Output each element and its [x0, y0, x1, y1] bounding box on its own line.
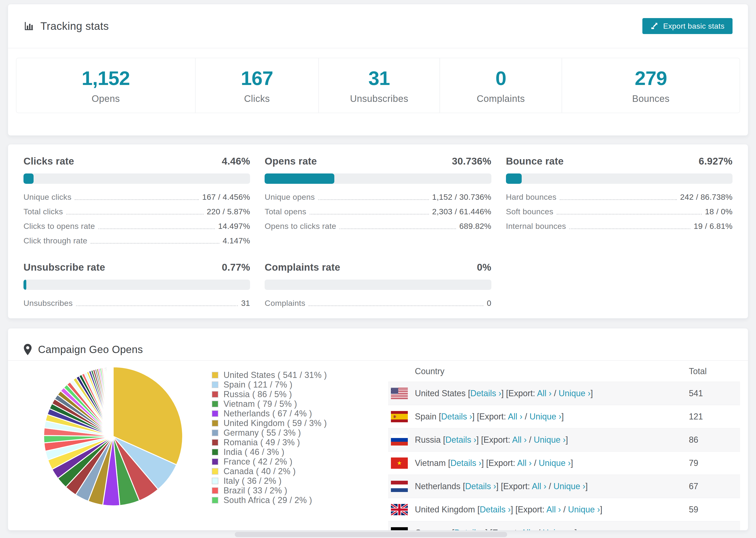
legend-label: Germany ( 55 / 3% ) — [224, 428, 301, 438]
country-name: Vietnam — [415, 458, 446, 468]
details-link[interactable]: Details › — [465, 481, 496, 491]
export-label: Export: — [508, 389, 537, 398]
export-all-link[interactable]: All › — [537, 389, 552, 398]
progress-bar — [24, 174, 250, 184]
rate-detail-rows: Unsubscribes 31 — [24, 299, 250, 308]
stat-cell-bounces: 279 Bounces — [562, 58, 739, 113]
flag-us-icon — [391, 388, 408, 399]
geo-body: United States ( 541 / 31% ) Spain ( 121 … — [8, 361, 748, 530]
rate-detail-row: Unique opens 1,152 / 30.736% — [265, 193, 491, 202]
rate-detail-row: Unsubscribes 31 — [24, 299, 250, 308]
export-all-link[interactable]: All › — [521, 528, 536, 530]
export-all-link[interactable]: All › — [532, 481, 546, 491]
country-name: Russia — [415, 435, 441, 445]
legend-label: United Kingdom ( 59 / 3% ) — [224, 418, 327, 428]
rate-head: Opens rate 30.736% — [265, 156, 491, 167]
legend-swatch — [212, 381, 218, 388]
geo-title: Campaign Geo Opens — [38, 344, 143, 355]
geo-table-header: Country Total — [388, 361, 740, 382]
dotted-leader — [308, 305, 483, 306]
total-cell: 59 — [689, 505, 740, 514]
details-link[interactable]: Details › — [445, 435, 476, 445]
export-basic-stats-button[interactable]: Export basic stats — [642, 18, 732, 34]
legend-swatch — [212, 497, 218, 504]
rate-detail-rows: Unique clicks 167 / 4.456% Total clicks … — [24, 193, 250, 245]
dotted-leader — [98, 228, 215, 229]
export-unique-link[interactable]: Unique › — [543, 528, 574, 530]
legend-label: Spain ( 121 / 7% ) — [224, 380, 293, 390]
legend-swatch — [212, 420, 218, 426]
legend-item: Spain ( 121 / 7% ) — [212, 380, 376, 389]
details-link[interactable]: Details › — [450, 458, 481, 468]
detail-value: 1,152 / 30.736% — [432, 192, 491, 202]
details-link[interactable]: Details › — [454, 528, 485, 530]
stat-label: Complaints — [477, 93, 525, 104]
details-link[interactable]: Details › — [480, 505, 511, 514]
export-label: Export: — [479, 412, 508, 421]
rate-head: Unsubscribe rate 0.77% — [24, 262, 250, 273]
export-unique-link[interactable]: Unique › — [553, 481, 585, 491]
bar-chart-icon — [24, 21, 34, 31]
total-cell: 86 — [689, 435, 740, 445]
export-all-link[interactable]: All › — [512, 435, 527, 445]
country-cell: United Kingdom [Details ›] [Export: All … — [415, 505, 682, 514]
progress-bar — [265, 174, 491, 184]
flag-de-icon — [391, 527, 408, 530]
legend-swatch — [212, 430, 218, 436]
legend-item: Brazil ( 33 / 2% ) — [212, 486, 376, 495]
total-cell: 67 — [689, 481, 740, 491]
legend-item: Vietnam ( 79 / 5% ) — [212, 399, 376, 409]
column-header-total: Total — [689, 366, 740, 376]
flag-cell — [391, 411, 408, 422]
stat-band: 1,152 Opens 167 Clicks 31 Unsubscribes 0… — [16, 58, 740, 113]
export-all-link[interactable]: All › — [508, 412, 522, 421]
stat-label: Clicks — [244, 93, 270, 104]
legend-swatch — [212, 410, 218, 417]
export-all-link[interactable]: All › — [546, 505, 561, 514]
legend-swatch — [212, 468, 218, 475]
campaign-geo-opens-card: Campaign Geo Opens United States ( 541 /… — [8, 328, 748, 530]
detail-value: 0 — [487, 298, 491, 308]
legend-item: United States ( 541 / 31% ) — [212, 370, 376, 380]
detail-label: Click through rate — [24, 236, 87, 245]
flag-cell — [391, 434, 408, 446]
stat-value: 167 — [241, 67, 273, 90]
rate-detail-row: Clicks to opens rate 14.497% — [24, 222, 250, 231]
rate-detail-rows: Unique opens 1,152 / 30.736% Total opens… — [265, 193, 491, 231]
rate-headline-value: 30.736% — [452, 156, 491, 167]
export-unique-link[interactable]: Unique › — [539, 458, 571, 468]
stat-cell-clicks: 167 Clicks — [195, 58, 318, 113]
stat-label: Bounces — [632, 93, 670, 104]
detail-value: 18 / 0% — [705, 207, 732, 216]
legend-label: Italy ( 36 / 2% ) — [224, 476, 282, 486]
rate-title: Bounce rate — [506, 156, 564, 167]
flag-gb-icon — [391, 504, 408, 515]
detail-label: Opens to clicks rate — [265, 222, 336, 231]
stat-value: 31 — [368, 67, 390, 90]
geo-table-row: Spain [Details ›] [Export: All › / Uniqu… — [388, 405, 740, 428]
legend-swatch — [212, 478, 218, 484]
export-unique-link[interactable]: Unique › — [529, 412, 561, 421]
export-unique-link[interactable]: Unique › — [534, 435, 566, 445]
detail-label: Soft bounces — [506, 207, 553, 216]
flag-cell — [391, 527, 408, 530]
detail-value: 31 — [241, 298, 250, 308]
progress-bar-fill — [265, 174, 334, 184]
export-unique-link[interactable]: Unique › — [559, 389, 590, 398]
horizontal-scrollbar-thumb[interactable] — [235, 532, 507, 537]
legend-item: Romania ( 49 / 3% ) — [212, 438, 376, 447]
export-all-link[interactable]: All › — [517, 458, 532, 468]
rate-head: Clicks rate 4.46% — [24, 156, 250, 167]
detail-value: 689.82% — [459, 222, 491, 231]
legend-label: Netherlands ( 67 / 4% ) — [224, 409, 312, 418]
legend-swatch — [212, 391, 218, 398]
export-unique-link[interactable]: Unique › — [568, 505, 600, 514]
dotted-leader — [569, 228, 690, 229]
detail-value: 4.147% — [223, 236, 250, 245]
export-label: Export: — [489, 458, 517, 468]
details-link[interactable]: Details › — [441, 412, 472, 421]
rate-block-bounce-rate: Bounce rate 6.927% Hard bounces 242 / 86… — [506, 156, 732, 251]
details-link[interactable]: Details › — [470, 389, 501, 398]
rate-detail-row: Soft bounces 18 / 0% — [506, 207, 732, 216]
geo-table: Country Total United States [Details ›] … — [388, 361, 740, 530]
